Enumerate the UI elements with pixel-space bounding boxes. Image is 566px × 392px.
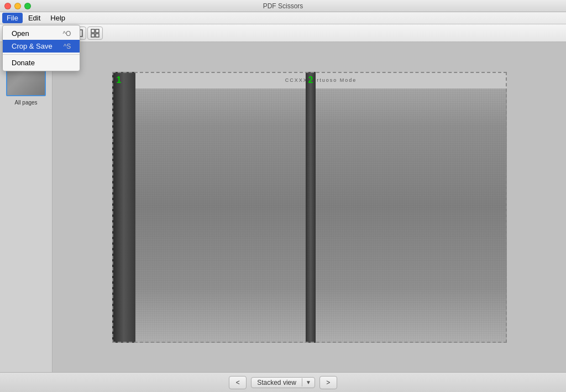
book-header: CCXXX Virtuoso Mode xyxy=(135,72,507,88)
next-button[interactable]: > xyxy=(319,376,337,389)
window-title: PDF Scissors xyxy=(263,2,303,10)
menu-bar: File Open ^O Crop & Save ^S Donate Edit … xyxy=(0,12,566,24)
canvas-area[interactable]: CCXXX Virtuoso Mode 1 2 xyxy=(53,42,566,372)
header-text: CCXXX Virtuoso Mode xyxy=(285,77,357,83)
grid-icon xyxy=(91,29,99,38)
svg-rect-18 xyxy=(96,29,99,33)
page-marker-1: 1 xyxy=(117,75,122,85)
view-label: Stacked view xyxy=(251,378,302,388)
pdf-image: CCXXX Virtuoso Mode 1 2 xyxy=(112,72,507,343)
svg-rect-17 xyxy=(91,29,95,33)
close-button[interactable] xyxy=(4,3,11,9)
left-spine xyxy=(112,72,135,343)
view-dropdown-arrow[interactable]: ▼ xyxy=(302,378,315,386)
prev-button[interactable]: < xyxy=(229,376,247,389)
thumbnail-label: All pages xyxy=(14,100,37,106)
grid-tool-button[interactable] xyxy=(87,27,103,40)
minimize-button[interactable] xyxy=(14,3,21,9)
svg-rect-19 xyxy=(91,34,95,37)
menu-donate[interactable]: Donate xyxy=(3,56,80,69)
menu-crop-save[interactable]: Crop & Save ^S xyxy=(3,40,80,53)
maximize-button[interactable] xyxy=(24,3,31,9)
toolbar xyxy=(0,24,566,42)
title-bar: PDF Scissors xyxy=(0,0,566,12)
menu-open[interactable]: Open ^O xyxy=(3,27,80,40)
page-marker-2: 2 xyxy=(308,75,313,85)
traffic-lights xyxy=(4,3,31,9)
pdf-preview: CCXXX Virtuoso Mode 1 2 xyxy=(112,72,507,343)
main-area: All pages CCXXX Virtuoso Mode 1 xyxy=(0,42,566,372)
menu-file[interactable]: File Open ^O Crop & Save ^S Donate xyxy=(2,13,23,23)
svg-rect-20 xyxy=(96,34,99,37)
menu-separator xyxy=(3,54,80,55)
center-spine xyxy=(306,72,316,343)
view-selector[interactable]: Stacked view ▼ xyxy=(251,377,315,388)
file-dropdown-menu: Open ^O Crop & Save ^S Donate xyxy=(2,25,80,71)
menu-help[interactable]: Help xyxy=(46,13,70,23)
sidebar: All pages xyxy=(0,42,53,372)
status-bar: < Stacked view ▼ > xyxy=(0,372,566,392)
menu-edit[interactable]: Edit xyxy=(24,13,45,23)
